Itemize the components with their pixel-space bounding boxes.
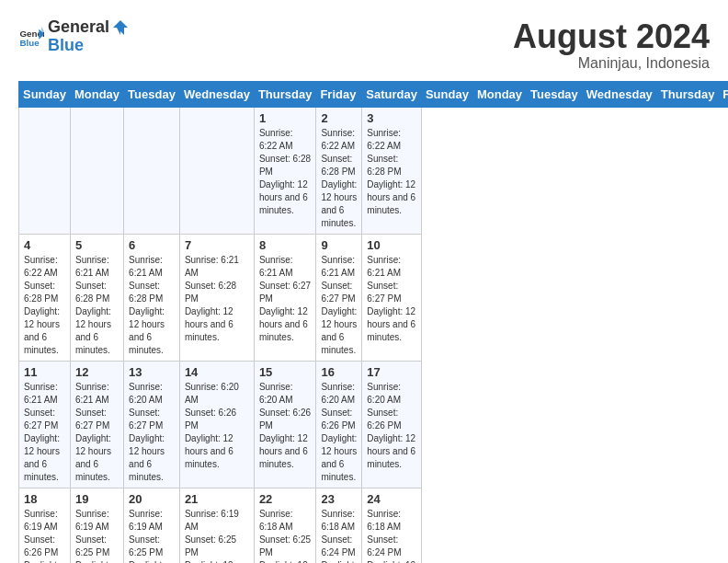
column-header-sunday: Sunday: [421, 81, 472, 107]
calendar-cell: 3Sunrise: 6:22 AM Sunset: 6:28 PM Daylig…: [362, 107, 422, 234]
calendar-week-row: 11Sunrise: 6:21 AM Sunset: 6:27 PM Dayli…: [19, 361, 729, 488]
day-number: 19: [75, 492, 119, 506]
logo-blue-text: Blue: [48, 36, 84, 54]
day-info: Sunrise: 6:21 AM Sunset: 6:28 PM Dayligh…: [129, 254, 175, 357]
svg-marker-4: [113, 20, 128, 35]
day-number: 6: [129, 238, 175, 252]
calendar-cell: 17Sunrise: 6:20 AM Sunset: 6:26 PM Dayli…: [362, 361, 422, 488]
calendar-cell: 21Sunrise: 6:19 AM Sunset: 6:25 PM Dayli…: [179, 488, 254, 563]
day-info: Sunrise: 6:18 AM Sunset: 6:24 PM Dayligh…: [367, 508, 416, 563]
calendar-cell: 16Sunrise: 6:20 AM Sunset: 6:26 PM Dayli…: [316, 361, 362, 488]
logo-icon: General Blue: [18, 24, 44, 50]
day-info: Sunrise: 6:21 AM Sunset: 6:27 PM Dayligh…: [321, 254, 357, 357]
logo-general-text: General: [48, 18, 109, 37]
day-info: Sunrise: 6:18 AM Sunset: 6:25 PM Dayligh…: [259, 508, 312, 563]
column-header-tuesday: Tuesday: [124, 81, 180, 107]
day-info: Sunrise: 6:21 AM Sunset: 6:27 PM Dayligh…: [75, 381, 119, 484]
calendar-cell: 2Sunrise: 6:22 AM Sunset: 6:28 PM Daylig…: [316, 107, 362, 234]
title-area: August 2024 Maninjau, Indonesia: [513, 18, 710, 72]
location-subtitle: Maninjau, Indonesia: [513, 55, 710, 72]
calendar-cell: 5Sunrise: 6:21 AM Sunset: 6:28 PM Daylig…: [70, 234, 123, 361]
calendar-cell: 24Sunrise: 6:18 AM Sunset: 6:24 PM Dayli…: [362, 488, 422, 563]
calendar-cell: 15Sunrise: 6:20 AM Sunset: 6:26 PM Dayli…: [254, 361, 316, 488]
day-number: 22: [259, 492, 312, 506]
day-info: Sunrise: 6:22 AM Sunset: 6:28 PM Dayligh…: [367, 127, 416, 217]
svg-text:Blue: Blue: [19, 38, 40, 48]
column-header-monday: Monday: [70, 81, 123, 107]
calendar-cell: 18Sunrise: 6:19 AM Sunset: 6:26 PM Dayli…: [19, 488, 71, 563]
day-number: 18: [24, 492, 65, 506]
day-number: 9: [321, 238, 357, 252]
day-number: 16: [321, 365, 357, 379]
day-number: 20: [129, 492, 175, 506]
day-number: 24: [367, 492, 416, 506]
column-header-monday: Monday: [472, 81, 526, 107]
calendar-cell: 20Sunrise: 6:19 AM Sunset: 6:25 PM Dayli…: [124, 488, 180, 563]
day-number: 3: [367, 111, 416, 125]
column-header-thursday: Thursday: [254, 81, 316, 107]
calendar-week-row: 4Sunrise: 6:22 AM Sunset: 6:28 PM Daylig…: [19, 234, 729, 361]
day-info: Sunrise: 6:19 AM Sunset: 6:25 PM Dayligh…: [185, 508, 249, 563]
day-number: 21: [185, 492, 249, 506]
calendar-header-row: SundayMondayTuesdayWednesdayThursdayFrid…: [19, 81, 729, 107]
day-number: 14: [185, 365, 249, 379]
calendar-cell: 14Sunrise: 6:20 AM Sunset: 6:26 PM Dayli…: [179, 361, 254, 488]
calendar-cell: [19, 107, 71, 234]
column-header-wednesday: Wednesday: [179, 81, 254, 107]
day-number: 13: [129, 365, 175, 379]
day-info: Sunrise: 6:20 AM Sunset: 6:27 PM Dayligh…: [129, 381, 175, 484]
calendar-cell: 10Sunrise: 6:21 AM Sunset: 6:27 PM Dayli…: [362, 234, 422, 361]
calendar-cell: 4Sunrise: 6:22 AM Sunset: 6:28 PM Daylig…: [19, 234, 71, 361]
column-header-friday: Friday: [316, 81, 362, 107]
day-number: 17: [367, 365, 416, 379]
calendar-cell: 1Sunrise: 6:22 AM Sunset: 6:28 PM Daylig…: [254, 107, 316, 234]
day-info: Sunrise: 6:22 AM Sunset: 6:28 PM Dayligh…: [24, 254, 65, 357]
calendar-cell: 6Sunrise: 6:21 AM Sunset: 6:28 PM Daylig…: [124, 234, 180, 361]
day-info: Sunrise: 6:19 AM Sunset: 6:25 PM Dayligh…: [129, 508, 175, 563]
calendar-cell: 13Sunrise: 6:20 AM Sunset: 6:27 PM Dayli…: [124, 361, 180, 488]
calendar-table: SundayMondayTuesdayWednesdayThursdayFrid…: [18, 81, 728, 563]
day-info: Sunrise: 6:18 AM Sunset: 6:24 PM Dayligh…: [321, 508, 357, 563]
day-info: Sunrise: 6:20 AM Sunset: 6:26 PM Dayligh…: [367, 381, 416, 471]
calendar-cell: 12Sunrise: 6:21 AM Sunset: 6:27 PM Dayli…: [70, 361, 123, 488]
day-info: Sunrise: 6:19 AM Sunset: 6:25 PM Dayligh…: [75, 508, 119, 563]
column-header-friday: Friday: [719, 81, 728, 107]
day-number: 11: [24, 365, 65, 379]
day-number: 4: [24, 238, 65, 252]
day-info: Sunrise: 6:21 AM Sunset: 6:28 PM Dayligh…: [185, 254, 249, 344]
page-header: General Blue General Blue August 2024 Ma…: [18, 18, 710, 72]
calendar-cell: [70, 107, 123, 234]
day-number: 8: [259, 238, 312, 252]
day-info: Sunrise: 6:20 AM Sunset: 6:26 PM Dayligh…: [259, 381, 312, 471]
logo: General Blue General Blue: [18, 18, 130, 55]
calendar-week-row: 1Sunrise: 6:22 AM Sunset: 6:28 PM Daylig…: [19, 107, 729, 234]
logo-bird-icon: [111, 18, 130, 37]
column-header-thursday: Thursday: [656, 81, 719, 107]
day-info: Sunrise: 6:22 AM Sunset: 6:28 PM Dayligh…: [259, 127, 312, 217]
calendar-cell: 23Sunrise: 6:18 AM Sunset: 6:24 PM Dayli…: [316, 488, 362, 563]
calendar-cell: 8Sunrise: 6:21 AM Sunset: 6:27 PM Daylig…: [254, 234, 316, 361]
day-number: 2: [321, 111, 357, 125]
day-number: 5: [75, 238, 119, 252]
month-year-title: August 2024: [513, 18, 710, 55]
column-header-wednesday: Wednesday: [582, 81, 656, 107]
calendar-cell: [179, 107, 254, 234]
day-number: 7: [185, 238, 249, 252]
calendar-cell: 11Sunrise: 6:21 AM Sunset: 6:27 PM Dayli…: [19, 361, 71, 488]
calendar-cell: 7Sunrise: 6:21 AM Sunset: 6:28 PM Daylig…: [179, 234, 254, 361]
day-info: Sunrise: 6:19 AM Sunset: 6:26 PM Dayligh…: [24, 508, 65, 563]
day-number: 1: [259, 111, 312, 125]
column-header-saturday: Saturday: [362, 81, 422, 107]
calendar-cell: 19Sunrise: 6:19 AM Sunset: 6:25 PM Dayli…: [70, 488, 123, 563]
day-number: 15: [259, 365, 312, 379]
calendar-week-row: 18Sunrise: 6:19 AM Sunset: 6:26 PM Dayli…: [19, 488, 729, 563]
day-info: Sunrise: 6:22 AM Sunset: 6:28 PM Dayligh…: [321, 127, 357, 230]
day-info: Sunrise: 6:21 AM Sunset: 6:27 PM Dayligh…: [259, 254, 312, 344]
day-info: Sunrise: 6:20 AM Sunset: 6:26 PM Dayligh…: [321, 381, 357, 484]
day-info: Sunrise: 6:21 AM Sunset: 6:27 PM Dayligh…: [367, 254, 416, 344]
day-info: Sunrise: 6:20 AM Sunset: 6:26 PM Dayligh…: [185, 381, 249, 471]
calendar-cell: 22Sunrise: 6:18 AM Sunset: 6:25 PM Dayli…: [254, 488, 316, 563]
calendar-cell: 9Sunrise: 6:21 AM Sunset: 6:27 PM Daylig…: [316, 234, 362, 361]
day-info: Sunrise: 6:21 AM Sunset: 6:28 PM Dayligh…: [75, 254, 119, 357]
day-number: 10: [367, 238, 416, 252]
